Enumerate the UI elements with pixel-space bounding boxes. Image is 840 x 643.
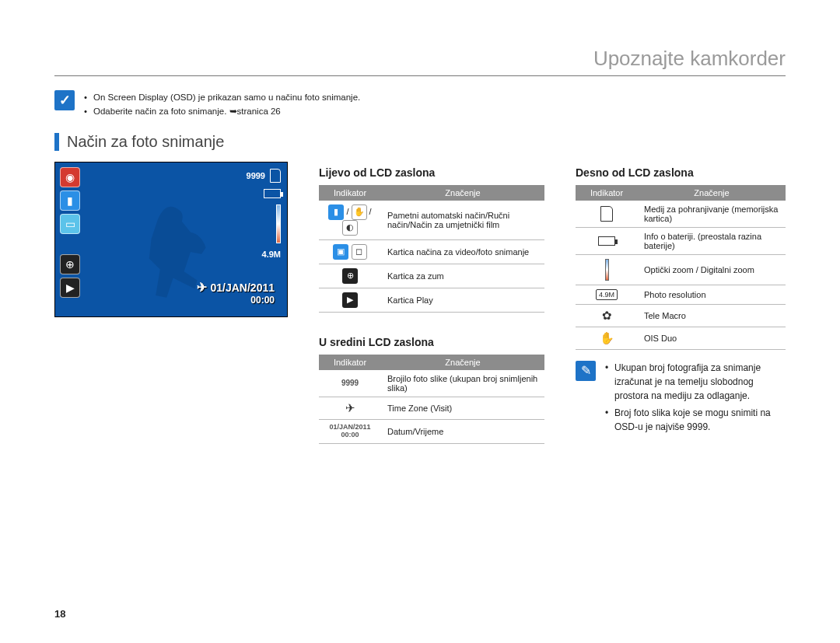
- cell-meaning: Tele Macro: [638, 304, 786, 327]
- intro-item: On Screen Display (OSD) je prikazan samo…: [84, 90, 360, 104]
- cell-meaning: Time Zone (Visit): [381, 397, 544, 419]
- zoom-bar-indicator-icon: [605, 259, 609, 281]
- cell-meaning: Info o bateriji. (preostala razina bater…: [638, 227, 786, 254]
- center-table-title: U sredini LCD zaslona: [319, 336, 544, 348]
- cell-meaning: Kartica za zum: [381, 264, 544, 288]
- play-tab-icon: ▶: [342, 292, 358, 308]
- page-title: Upoznajte kamkorder: [54, 47, 786, 76]
- cell-meaning: Brojilo foto slike (ukupan broj snimljen…: [381, 370, 544, 397]
- manual-tab-icon: ✋: [352, 204, 367, 220]
- airplane-icon: ✈: [197, 280, 207, 295]
- lcd-time: 00:00: [197, 295, 275, 306]
- intro-item: Odaberite način za foto snimanje. ➥stran…: [84, 104, 360, 118]
- resolution-indicator-icon: 4.9M: [596, 289, 618, 300]
- th-meaning: Značenje: [381, 355, 544, 370]
- note-item: Ukupan broj fotografija za snimanje izra…: [605, 361, 786, 403]
- smart-auto-tab-icon: ▮: [328, 204, 344, 220]
- time-indicator: 00:00: [325, 432, 375, 439]
- th-meaning: Značenje: [638, 185, 786, 201]
- left-table-title: Lijevo od LCD zaslona: [319, 166, 544, 179]
- zoom-icon[interactable]: ⊕: [60, 254, 80, 274]
- cell-meaning: Pametni automatski način/Ručni način/Nač…: [381, 201, 544, 240]
- video-mode-icon[interactable]: ▭: [60, 214, 80, 234]
- airplane-indicator-icon: ✈: [345, 401, 355, 414]
- cell-meaning: Optički zoom / Digitalni zoom: [638, 254, 786, 285]
- zoom-bar-icon: [276, 204, 281, 243]
- cell-meaning: OIS Duo: [638, 327, 786, 349]
- lcd-preview: ◉ ▮ ▭ ⊕ ▶ 9999 4.9M ✈01/JAN/2011 00:00: [54, 162, 288, 317]
- cell-meaning: Kartica Play: [381, 288, 544, 312]
- video-tab-icon: ▣: [333, 244, 348, 260]
- right-table-title: Desno od LCD zaslona: [576, 166, 786, 179]
- sd-card-indicator-icon: [600, 206, 613, 222]
- counter-indicator: 9999: [319, 370, 381, 397]
- photo-mode-icon[interactable]: ▮: [60, 190, 80, 211]
- section-heading: Način za foto snimanje: [54, 133, 786, 151]
- right-table: Indikator Značenje Medij za pohranjivanj…: [576, 185, 786, 350]
- cell-meaning: Photo resolution: [638, 285, 786, 304]
- cell-meaning: Datum/Vrijeme: [381, 419, 544, 443]
- left-table: Indikator Značenje ▮ / ✋ / ◐ Pametni aut…: [319, 185, 544, 313]
- battery-indicator-icon: [598, 236, 615, 246]
- page-number: 18: [54, 608, 65, 620]
- note-item: Broj foto slika koje se mogu snimiti na …: [605, 406, 786, 434]
- th-indicator: Indikator: [576, 185, 638, 201]
- lcd-date: 01/JAN/2011: [210, 281, 275, 294]
- tele-macro-icon: ✿: [602, 309, 612, 322]
- resolution-label: 4.9M: [262, 250, 281, 259]
- th-indicator: Indikator: [319, 355, 381, 370]
- cell-meaning: Kartica načina za video/foto snimanje: [381, 239, 544, 264]
- cell-meaning: Medij za pohranjivanje (memorijska karti…: [638, 201, 786, 228]
- sd-card-icon: [270, 169, 281, 183]
- play-icon[interactable]: ▶: [60, 278, 80, 298]
- th-meaning: Značenje: [381, 185, 544, 201]
- smart-auto-icon[interactable]: ◉: [60, 167, 80, 187]
- check-icon: ✓: [54, 90, 75, 110]
- battery-icon: [264, 189, 281, 198]
- center-table: Indikator Značenje 9999 Brojilo foto sli…: [319, 355, 544, 444]
- intro-list: On Screen Display (OSD) je prikazan samo…: [84, 90, 360, 119]
- ois-duo-icon: ✋: [600, 331, 614, 344]
- zoom-tab-icon: ⊕: [342, 268, 358, 284]
- note-list: Ukupan broj fotografija za snimanje izra…: [605, 361, 786, 437]
- photo-tab-icon: ◻: [352, 244, 367, 260]
- note-icon: ✎: [576, 361, 596, 381]
- artfilm-tab-icon: ◐: [342, 220, 358, 236]
- counter-label: 9999: [247, 171, 265, 180]
- th-indicator: Indikator: [319, 185, 381, 201]
